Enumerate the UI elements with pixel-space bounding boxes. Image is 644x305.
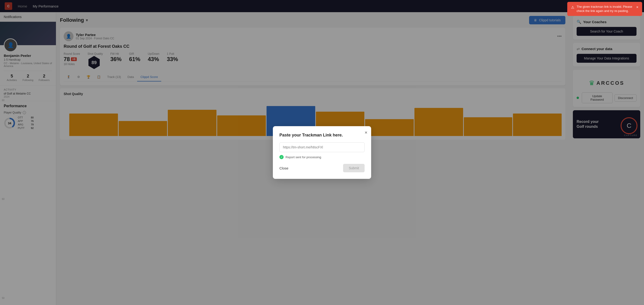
modal-title: Paste your Trackman Link here. <box>280 133 364 138</box>
modal-overlay[interactable]: Paste your Trackman Link here. × ✓ Repor… <box>0 0 644 305</box>
error-notification: ⚠ The given trackman link is invalid. Pl… <box>567 2 642 16</box>
error-message: The given trackman link is invalid. Plea… <box>576 5 634 13</box>
warning-icon: ⚠ <box>571 5 574 10</box>
modal-cancel-btn[interactable]: Close <box>280 166 288 170</box>
success-check-icon: ✓ <box>280 155 284 159</box>
success-text: Report sent for processing <box>286 156 321 159</box>
modal-footer: Close Submit <box>280 164 364 172</box>
trackman-modal: Paste your Trackman Link here. × ✓ Repor… <box>273 126 371 179</box>
modal-submit-btn[interactable]: Submit <box>343 164 364 172</box>
modal-close-btn[interactable]: × <box>364 130 368 135</box>
success-message: ✓ Report sent for processing <box>280 155 364 159</box>
error-close-btn[interactable]: × <box>636 5 638 10</box>
trackman-link-input[interactable] <box>280 142 364 152</box>
